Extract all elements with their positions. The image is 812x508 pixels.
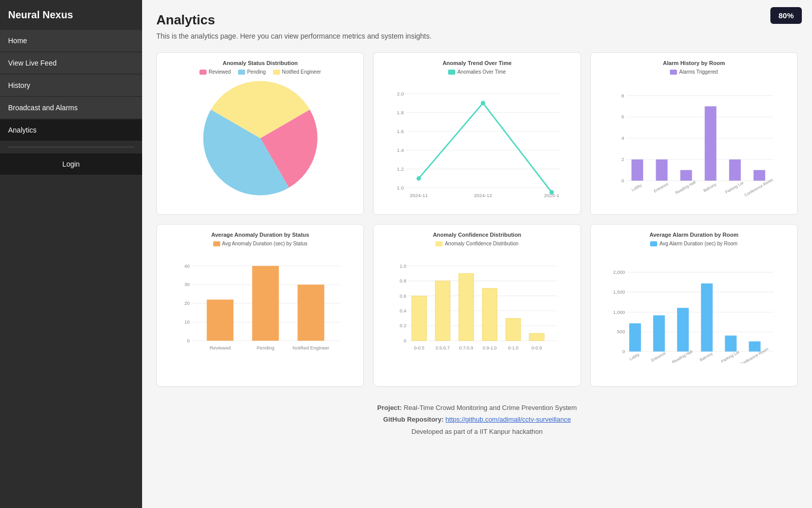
y0.4: 0.4	[400, 308, 407, 313]
legend-alarms-dot	[670, 70, 677, 75]
legend-anomalies-over-time: Anomalies Over Time	[448, 69, 506, 75]
y40: 40	[184, 263, 190, 269]
legend-reviewed-dot	[199, 70, 207, 75]
brand-title: Neural Nexus	[0, 0, 142, 29]
zoom-badge: 80%	[770, 7, 802, 24]
x-label-2024-11: 2024-11	[410, 193, 428, 198]
y20: 20	[184, 300, 190, 306]
pie-chart-svg	[202, 80, 319, 197]
charts-row-2: Average Anomaly Duration by Status Avg A…	[156, 224, 798, 387]
bar-0.9-1.0	[483, 289, 497, 341]
x-entrance: Entrance	[653, 181, 669, 193]
charts-row-1: Anomaly Status Distribution Reviewed Pen…	[156, 52, 798, 215]
y4: 4	[621, 135, 624, 141]
bar-lobby	[631, 160, 643, 181]
x-parking: Parking Lot	[724, 180, 745, 195]
x-reviewed: Reviewed	[210, 345, 231, 351]
x-balcony: Balcony	[702, 182, 717, 193]
y-label-1.2: 1.2	[397, 166, 404, 172]
y-label-1.4: 1.4	[397, 147, 404, 153]
legend-confidence-dot	[435, 241, 443, 246]
x-lobby: Lobby	[631, 183, 642, 193]
pie-chart-container	[164, 80, 356, 197]
footer-repo-link[interactable]: https://github.com/adimail/cctv-surveill…	[446, 416, 571, 423]
bar-alarm-conference	[749, 341, 760, 352]
sidebar-nav: Home View Live Feed History Broadcast an…	[0, 29, 142, 142]
legend-avg-duration: Avg Anomaly Duration (sec) by Status	[213, 241, 308, 246]
legend-alarms-label: Alarms Triggered	[679, 69, 718, 75]
x-notified: Notified Engineer	[292, 345, 329, 351]
bar-parking	[729, 160, 740, 181]
bar-alarm-balcony	[701, 283, 713, 352]
y0: 0	[187, 338, 189, 343]
login-button[interactable]: Login	[0, 153, 142, 175]
sidebar-item-history[interactable]: History	[0, 75, 142, 96]
chart-alarm-history-legend: Alarms Triggered	[598, 69, 790, 75]
confidence-svg: 1.0 0.8 0.6 0.4 0.2 0	[381, 251, 573, 353]
x-0-0.9: 0-0.9	[532, 345, 542, 351]
y500: 500	[617, 329, 625, 334]
bar-0.5-0.7	[435, 281, 450, 341]
x-0-0.5: 0-0.5	[414, 345, 424, 351]
x-pending: Pending	[257, 345, 275, 351]
legend-notified-dot	[273, 70, 280, 75]
legend-avg-alarm-dot	[650, 241, 657, 246]
chart-avg-alarm-legend: Avg Alarm Duration (sec) by Room	[598, 241, 790, 246]
legend-avg-alarm-label: Avg Alarm Duration (sec) by Room	[659, 241, 737, 246]
y-label-1.6: 1.6	[397, 129, 404, 134]
chart-alarm-history: Alarm History by Room Alarms Triggered 8…	[590, 52, 798, 215]
chart-avg-alarm-title: Average Alarm Duration by Room	[598, 232, 790, 238]
chart-confidence-legend: Anomaly Confidence Distribution	[381, 241, 573, 246]
chart-anomaly-status-title: Anomaly Status Distribution	[164, 60, 356, 66]
y0: 0	[404, 338, 407, 343]
bar-0.7-0.9	[459, 273, 473, 341]
trend-point-2	[481, 101, 486, 105]
line-chart-svg: 2.0 1.8 1.6 1.4 1.2 1.0 2024-11 2024-12 …	[381, 80, 573, 202]
x-alarm-entrance: Entrance	[650, 351, 666, 363]
x-0.9-1.0: 0.9-1.0	[483, 345, 497, 351]
sidebar-item-analytics[interactable]: Analytics	[0, 119, 142, 141]
legend-reviewed: Reviewed	[199, 69, 231, 75]
trend-line	[419, 103, 552, 193]
y1000: 1,000	[613, 309, 625, 315]
x-label-2024-12: 2024-12	[474, 193, 492, 198]
y10: 10	[184, 319, 190, 325]
bar-notified	[297, 284, 324, 341]
bar-reviewed	[207, 300, 233, 341]
y0.8: 0.8	[400, 278, 407, 283]
bar-reading	[680, 170, 692, 181]
x-reading: Reading Hall	[674, 180, 697, 195]
trend-point-3	[550, 190, 554, 195]
legend-alarms-triggered: Alarms Triggered	[670, 69, 718, 75]
chart-alarm-history-title: Alarm History by Room	[598, 60, 790, 66]
y1.0: 1.0	[400, 263, 407, 269]
legend-pending: Pending	[238, 69, 266, 75]
legend-notified: Notified Engineer	[273, 69, 321, 75]
legend-pending-dot	[238, 70, 245, 75]
footer-project: Project: Real-Time Crowd Monitoring and …	[156, 402, 798, 414]
y30: 30	[184, 281, 190, 287]
y-label-2.0: 2.0	[397, 91, 404, 97]
y2000: 2,000	[613, 269, 625, 275]
sidebar-item-broadcast[interactable]: Broadcast and Alarms	[0, 97, 142, 118]
sidebar-divider	[8, 147, 134, 147]
bar-0-0.5	[412, 296, 427, 340]
sidebar-item-live-feed[interactable]: View Live Feed	[0, 52, 142, 74]
legend-reviewed-label: Reviewed	[209, 69, 231, 75]
footer-repo: GitHub Repository: https://github.com/ad…	[156, 414, 798, 425]
legend-avg-alarm: Avg Alarm Duration (sec) by Room	[650, 241, 737, 246]
legend-avg-duration-dot	[213, 241, 220, 246]
bar-balcony	[704, 106, 716, 180]
page-subtitle: This is the analytics page. Here you can…	[156, 32, 798, 40]
chart-anomaly-trend-legend: Anomalies Over Time	[381, 69, 573, 75]
y6: 6	[621, 114, 624, 119]
sidebar-item-home[interactable]: Home	[0, 30, 142, 51]
y2: 2	[621, 156, 624, 162]
footer-repo-label: GitHub Repository:	[383, 416, 444, 423]
chart-avg-duration-legend: Avg Anomaly Duration (sec) by Status	[164, 241, 356, 246]
y-label-1.0: 1.0	[397, 185, 404, 190]
legend-trend-label: Anomalies Over Time	[457, 69, 506, 75]
x-alarm-lobby: Lobby	[628, 352, 640, 362]
bar-pending	[252, 266, 279, 340]
bar-alarm-parking	[725, 336, 736, 352]
